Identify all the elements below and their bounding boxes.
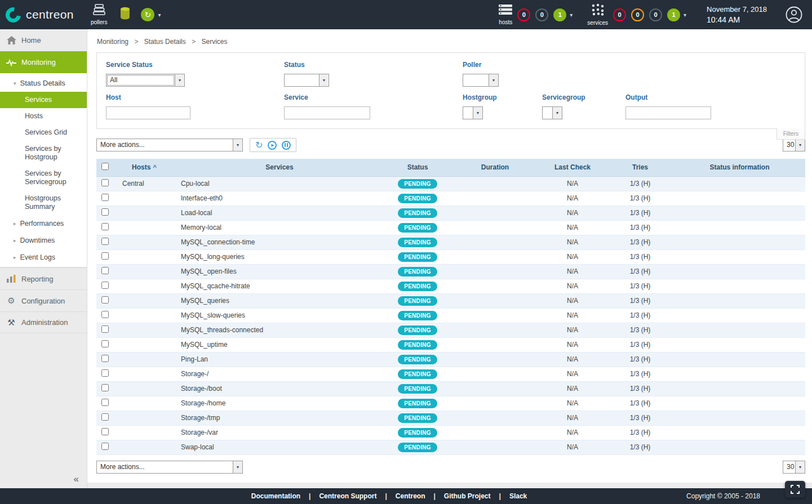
host-cell[interactable] [113,206,175,220]
host-cell[interactable] [113,249,175,264]
sidebar-item-home[interactable]: Home [0,29,87,51]
more-actions-select-bottom[interactable]: More actions... ▾ [96,461,243,474]
header-status[interactable]: Status [384,159,451,176]
service-cell[interactable]: MySQL_threads-connected [175,323,384,337]
sidebar-item-event-logs[interactable]: ▸ Event Logs [0,249,87,266]
service-cell[interactable]: MySQL_queries [175,293,384,308]
sidebar-item-services[interactable]: Services [0,92,87,108]
refresh-icon[interactable]: ↻ [255,141,263,150]
service-status-select[interactable]: All ▾ [106,74,185,87]
service-cell[interactable]: Storage-/home [175,396,384,411]
services-menu[interactable]: services [587,3,608,26]
row-checkbox[interactable] [101,369,109,377]
sidebar-item-downtimes[interactable]: ▸ Downtimes [0,232,87,249]
host-cell[interactable] [113,425,175,440]
service-cell[interactable]: Storage-/var [175,425,384,440]
service-cell[interactable]: MySQL_uptime [175,337,384,352]
header-services[interactable]: Services [175,159,384,176]
service-cell[interactable]: Load-local [175,206,384,220]
host-cell[interactable] [113,367,175,381]
row-checkbox[interactable] [101,428,109,435]
filters-tab[interactable]: Filters [776,128,805,140]
output-input[interactable] [625,106,711,119]
user-profile-icon[interactable] [785,6,803,24]
host-cell[interactable] [113,352,175,367]
host-cell[interactable] [113,279,175,293]
service-cell[interactable]: Storage-/boot [175,381,384,396]
host-cell[interactable] [113,293,175,308]
footer-link-centreon-support[interactable]: Centreon Support [319,492,376,500]
service-cell[interactable]: Memory-local [175,220,384,235]
chevron-down-icon[interactable]: ▾ [684,12,686,18]
hosts-menu[interactable]: hosts [499,4,512,25]
page-size-select-bottom[interactable]: 30 ▾ [783,461,805,474]
service-cell[interactable]: MySQL_qcache-hitrate [175,279,384,293]
sync-status[interactable]: ↻ ▾ [141,8,161,21]
row-checkbox[interactable] [101,443,109,450]
host-input[interactable] [106,106,190,119]
host-cell[interactable] [113,235,175,249]
page-size-select[interactable]: 30 ▾ [783,139,805,151]
brand[interactable]: centreon [6,7,74,23]
sidebar-item-services-by-hostgroup[interactable]: Services by Hostgroup [0,141,87,166]
breadcrumb-monitoring[interactable]: Monitoring [97,38,128,46]
sidebar-item-status-details[interactable]: ▾ Status Details [0,74,87,92]
hostgroup-select[interactable]: ▾ [463,106,483,119]
row-checkbox[interactable] [101,413,109,421]
chevron-down-icon[interactable]: ▾ [570,12,573,18]
host-cell[interactable] [113,220,175,235]
breadcrumb-status-details[interactable]: Status Details [144,38,186,46]
row-checkbox[interactable] [101,179,109,186]
footer-link-documentation[interactable]: Documentation [251,492,300,500]
header-tries[interactable]: Tries [606,159,674,176]
service-cell[interactable]: Swap-local [175,440,384,454]
host-cell[interactable] [113,381,175,396]
service-cell[interactable]: MySQL_open-files [175,264,384,279]
row-checkbox[interactable] [101,267,109,274]
row-checkbox[interactable] [101,238,109,245]
sidebar-item-performances[interactable]: ▸ Performances [0,215,87,232]
host-cell[interactable] [113,191,175,206]
sidebar-item-configuration[interactable]: ⚙ Configuration [0,289,87,311]
services-warning-badge[interactable]: 0 [631,8,644,21]
row-checkbox[interactable] [101,252,109,260]
host-cell[interactable] [113,337,175,352]
row-checkbox[interactable] [101,194,109,201]
database-status[interactable] [119,7,131,23]
host-cell[interactable] [113,323,175,337]
row-checkbox[interactable] [101,325,109,333]
footer-link-centreon[interactable]: Centreon [396,492,425,500]
sidebar-item-reporting[interactable]: Reporting [0,267,87,289]
row-checkbox[interactable] [101,296,109,304]
host-cell[interactable] [113,396,175,411]
service-cell[interactable]: Cpu-local [175,176,384,191]
service-cell[interactable]: MySQL_connection-time [175,235,384,249]
select-all-checkbox[interactable] [101,163,109,170]
footer-link-slack[interactable]: Slack [509,492,527,500]
service-cell[interactable]: MySQL_long-queries [175,249,384,264]
row-checkbox[interactable] [101,340,109,347]
services-ok-badge[interactable]: 1 [667,8,680,21]
servicegroup-select[interactable]: ▾ [542,106,562,119]
more-actions-select[interactable]: More actions... ▾ [96,139,243,151]
header-last-check[interactable]: Last Check [539,159,606,176]
footer-link-github-project[interactable]: Github Project [444,492,491,500]
pollers-menu[interactable]: pollers [91,4,107,25]
host-cell[interactable] [113,411,175,425]
host-cell[interactable]: Central [113,176,175,191]
row-checkbox[interactable] [101,223,109,230]
sidebar-item-hostgroups-summary[interactable]: Hostgroups Summary [0,190,87,215]
sidebar-item-services-by-servicegroup[interactable]: Services by Servicegroup [0,166,87,190]
header-status-information[interactable]: Status information [674,159,805,176]
services-critical-badge[interactable]: 0 [613,8,626,21]
breadcrumb-services[interactable]: Services [201,38,227,46]
row-checkbox[interactable] [101,355,109,362]
poller-select[interactable]: ▾ [463,74,499,87]
row-checkbox[interactable] [101,311,109,318]
row-checkbox[interactable] [101,208,109,216]
header-hosts[interactable]: Hosts^ [113,159,175,176]
sidebar-item-administration[interactable]: ⚒ Administration [0,311,87,333]
status-select[interactable]: ▾ [284,74,329,87]
fullscreen-button[interactable] [785,481,805,498]
row-checkbox[interactable] [101,399,109,406]
